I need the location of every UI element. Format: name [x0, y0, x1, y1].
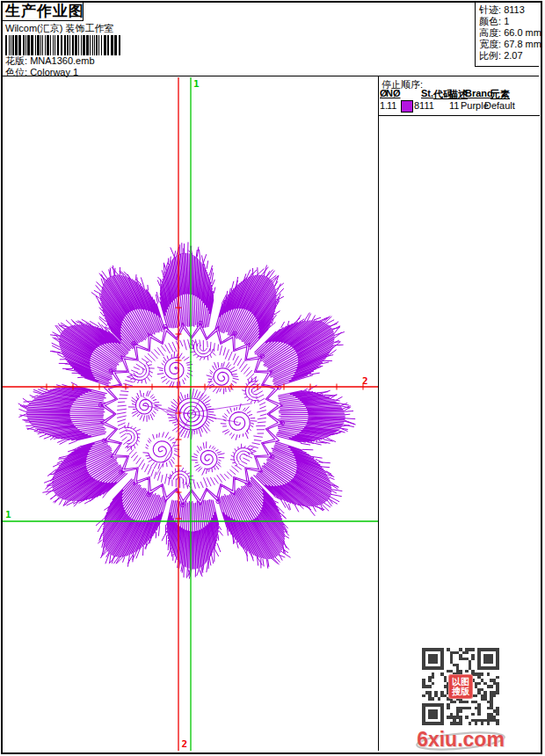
svg-text:1: 1: [5, 509, 11, 520]
design-info-box: 针迹: 8113 颜色: 1 高度: 66.0 mm 宽度: 67.8 mm 比…: [475, 3, 539, 67]
qr-center-seal: 以图 搜版: [448, 674, 473, 699]
page-title: 生产作业图: [3, 3, 83, 20]
production-worksheet-page: 生产作业图 Wilcom(汇京) 装饰工作室 花版: MNA1360.emb 色…: [0, 0, 545, 756]
scale-row: 比例: 2.07: [476, 50, 539, 62]
scale-label: 比例:: [479, 50, 501, 61]
barcode: [5, 35, 123, 55]
col-header-elements: 元素: [490, 88, 510, 101]
height-row: 高度: 66.0 mm: [476, 27, 539, 39]
height-label: 高度:: [479, 27, 501, 38]
seal-line-2: 搜版: [448, 687, 473, 696]
width-value: 67.8 mm: [504, 39, 541, 49]
colors-value: 1: [504, 16, 509, 26]
width-label: 宽度:: [479, 39, 501, 49]
svg-text:1: 1: [193, 78, 200, 90]
color-swatch: [401, 100, 413, 113]
stitches-label: 针迹:: [479, 4, 501, 15]
colors-label: 颜色:: [479, 16, 501, 26]
height-value: 66.0 mm: [504, 27, 541, 38]
col-header-stitches: St.: [421, 88, 433, 98]
seal-line-1: 以图: [448, 677, 473, 687]
row-stitches: 8111: [414, 100, 434, 111]
col-header-brand: Brand: [465, 88, 493, 98]
design-canvas: 1122: [3, 77, 378, 751]
title-box: 生产作业图: [3, 3, 84, 21]
studio-name: Wilcom(汇京) 装饰工作室: [5, 22, 113, 35]
watermark-site-text: 6xiu.com: [413, 728, 508, 752]
row-brand: Default: [484, 100, 515, 111]
watermark-site-wrap: 6xiu.com: [413, 728, 508, 754]
svg-text:2: 2: [182, 738, 188, 750]
design-file-label: 花版:: [5, 55, 27, 66]
col-header-n0: NØ: [386, 88, 401, 98]
scale-value: 2.07: [504, 50, 522, 61]
stitches-value: 8113: [504, 4, 525, 15]
width-row: 宽度: 67.8 mm: [476, 39, 539, 50]
colors-row: 颜色: 1: [476, 16, 539, 27]
row-code: 11: [449, 100, 459, 111]
table-separator: [379, 115, 540, 116]
row-n0: 11: [387, 100, 396, 111]
design-file-value: MNA1360.emb: [30, 55, 94, 66]
svg-text:2: 2: [362, 375, 368, 387]
stitches-row: 针迹: 8113: [476, 4, 539, 16]
